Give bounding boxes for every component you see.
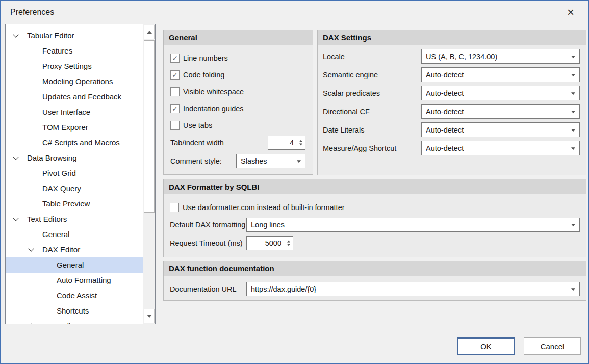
tree-item-shortcuts[interactable]: Shortcuts [6,303,143,319]
dropdown-value: Auto-detect [426,108,464,116]
ok-button[interactable]: OK [457,337,515,355]
tree-item-c-scripts-and-macros[interactable]: C# Scripts and Macros [6,135,143,150]
preferences-dialog: Preferences × Tabular EditorFeaturesProx… [0,0,589,364]
checkbox-checked-icon[interactable]: ✓ [170,104,180,113]
tree-item-label: Modeling Operations [6,74,143,89]
spinner-value: 4 [290,139,294,147]
documentation-url-row: Documentation URL https://dax.guide/{0} [170,282,580,296]
measure-agg-shortcut-dropdown[interactable]: Auto-detect [421,141,580,155]
checkbox-row-visible-whitespace[interactable]: Visible whitespace [170,83,305,100]
spinner-arrows[interactable] [287,241,290,246]
chevron-down-icon [571,56,575,58]
setting-label: Scalar predicates [323,89,421,97]
documentation-url-value: https://dax.guide/{0} [251,285,316,293]
setting-row-semantic-engine: Semantic engineAuto-detect [323,67,580,82]
spin-up-icon[interactable] [287,241,290,243]
chevron-down-icon [571,111,575,113]
use-daxformatter-row[interactable]: Use daxformatter.com instead of built-in… [170,202,580,213]
request-timeout-spinner[interactable]: 5000 [246,236,293,250]
tree-item-user-interface[interactable]: User Interface [6,105,143,120]
tree-item-features[interactable]: Features [6,43,143,59]
tree-item-table-preview[interactable]: Table Preview [6,196,143,212]
chevron-down-icon [571,92,575,95]
tree-item-general[interactable]: General [6,227,143,242]
title-bar[interactable]: Preferences × [1,1,588,23]
tree-item-code-assist[interactable]: Code Assist [6,288,143,303]
locale-dropdown[interactable]: US (A, B, C, 1234.00) [421,49,580,64]
checkbox-row-code-folding[interactable]: ✓Code folding [170,66,305,83]
scroll-up-button[interactable] [144,25,155,39]
tree-item-tom-exporer[interactable]: TOM Exporer [6,120,143,135]
checkbox-unchecked-icon[interactable] [170,87,180,96]
tree-item-modeling-operations[interactable]: Modeling Operations [6,74,143,89]
chevron-down-icon [571,288,575,291]
checkbox-row-use-tabs[interactable]: Use tabs [170,117,305,134]
window-title: Preferences [10,8,54,17]
tree-item-label: DAX Editor [6,242,143,257]
group-dax-formatter: DAX Formatter by SQLBI Use daxformatter.… [163,179,586,257]
default-formatting-value: Long lines [251,221,285,229]
setting-label: Measure/Agg Shortcut [323,144,421,152]
tree-item-sql-editor[interactable]: SQL Editor [6,319,143,324]
checkbox-unchecked-icon[interactable] [170,121,180,130]
use-daxformatter-label: Use daxformatter.com instead of built-in… [183,203,345,212]
tree-item-dax-query[interactable]: DAX Query [6,181,143,196]
use-daxformatter-checkbox[interactable] [170,203,179,212]
checkbox-checked-icon[interactable]: ✓ [170,70,180,80]
checkbox-row-indentation-guides[interactable]: ✓Indentation guides [170,100,305,117]
tree-item-label: Features [6,43,143,59]
tree-item-label: DAX Query [6,181,143,196]
comment-style-value: Slashes [241,157,267,165]
tree-item-label: Updates and Feedback [6,89,143,105]
tab-indent-width-spinner[interactable]: 4 [268,136,305,150]
scalar-predicates-dropdown[interactable]: Auto-detect [421,86,580,100]
dropdown-value: Auto-detect [426,71,464,79]
tree-item-dax-editor[interactable]: DAX Editor [6,242,143,257]
checkbox-row-line-numbers[interactable]: ✓Line numbers [170,49,305,66]
tree-item-label: User Interface [6,105,143,120]
close-icon[interactable]: × [561,4,580,20]
tree-scrollbar[interactable] [143,24,155,324]
tree-item-pivot-grid[interactable]: Pivot Grid [6,166,143,181]
tree-item-label: General [6,227,143,242]
semantic-engine-dropdown[interactable]: Auto-detect [421,67,580,82]
tree-item-tabular-editor[interactable]: Tabular Editor [6,28,143,43]
tree-item-proxy-settings[interactable]: Proxy Settings [6,59,143,74]
spin-down-icon[interactable] [287,244,290,246]
spin-up-icon[interactable] [299,140,302,142]
group-dax-docs: DAX function documentation Documentation… [163,261,586,301]
tree-item-data-browsing[interactable]: Data Browsing [6,150,143,166]
tree-item-general[interactable]: General [6,257,143,273]
setting-label: Locale [323,53,421,61]
checkbox-label: Use tabs [183,121,212,129]
spinner-arrows[interactable] [299,140,302,146]
tree-item-auto-formatting[interactable]: Auto Formatting [6,273,143,288]
tree-item-label: Data Browsing [6,150,143,166]
tree-item-label: Code Assist [6,288,143,303]
tree-item-text-editors[interactable]: Text Editors [6,212,143,227]
date-literals-dropdown[interactable]: Auto-detect [421,122,580,137]
tree-item-updates-and-feedback[interactable]: Updates and Feedback [6,89,143,105]
comment-style-dropdown[interactable]: Slashes [236,154,305,168]
chevron-down-icon [571,74,575,76]
scrollbar-thumb[interactable] [144,40,155,213]
directional-cf-dropdown[interactable]: Auto-detect [421,104,580,119]
default-formatting-dropdown[interactable]: Long lines [246,218,580,232]
checkbox-label: Indentation guides [183,105,244,113]
tree-item-label: C# Scripts and Macros [6,135,143,150]
tree-item-label: Tabular Editor [6,28,143,43]
checkbox-checked-icon[interactable]: ✓ [170,54,180,63]
setting-row-locale: LocaleUS (A, B, C, 1234.00) [323,49,580,64]
scroll-down-button[interactable] [144,309,155,323]
setting-row-measure-agg-shortcut: Measure/Agg ShortcutAuto-detect [323,141,580,155]
tree-item-label: Proxy Settings [6,59,143,74]
spin-down-icon[interactable] [299,144,302,146]
default-formatting-row: Default DAX formatting Long lines [170,218,580,232]
dropdown-value: Auto-detect [426,89,464,97]
cancel-button[interactable]: Cancel [524,337,581,355]
checkbox-label: Line numbers [183,54,228,62]
preferences-tree: Tabular EditorFeaturesProxy SettingsMode… [5,24,156,324]
spinner-value: 5000 [265,239,281,247]
tab-indent-width-row: Tab/indent width 4 [170,136,305,150]
documentation-url-combobox[interactable]: https://dax.guide/{0} [246,282,580,296]
